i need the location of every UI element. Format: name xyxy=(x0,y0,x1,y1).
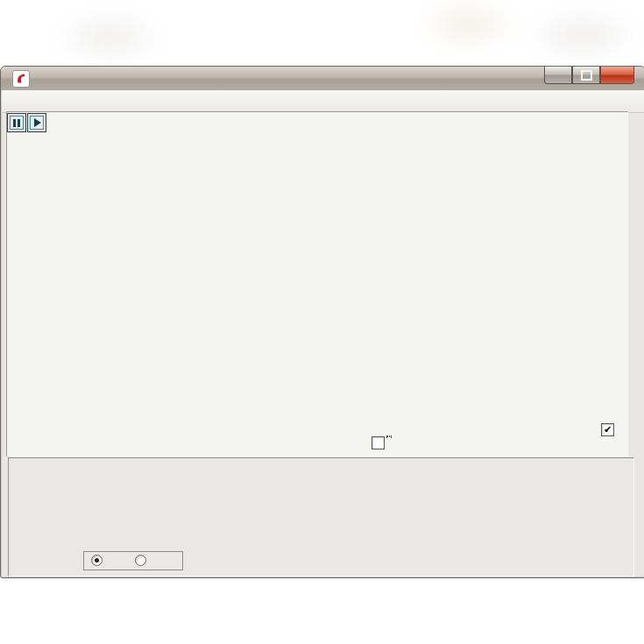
background-smudge xyxy=(421,7,517,42)
maximize-icon xyxy=(581,70,592,81)
log-radio[interactable] xyxy=(135,555,146,566)
app-window xyxy=(0,66,644,578)
play-button[interactable] xyxy=(27,113,46,132)
waterfall-panel xyxy=(6,111,628,456)
title-bar[interactable] xyxy=(1,67,644,90)
lin-radio[interactable] xyxy=(91,555,103,566)
maximize-button[interactable] xyxy=(572,67,600,84)
background-smudge xyxy=(526,16,640,55)
play-icon xyxy=(34,118,41,127)
close-button[interactable] xyxy=(600,67,634,84)
menu-bar xyxy=(2,90,644,113)
pause-icon xyxy=(13,119,20,127)
background-smudge xyxy=(53,18,166,57)
auto-checkbox[interactable]: ✔ xyxy=(601,423,614,436)
eq-flat-checkbox[interactable] xyxy=(372,436,385,449)
pause-button[interactable] xyxy=(7,113,26,132)
minimize-button[interactable] xyxy=(544,67,572,84)
window-controls xyxy=(544,67,634,84)
screenshot-stage: { "window": { "title": "OmniMic - Waterf… xyxy=(0,0,644,644)
app-logo-icon xyxy=(12,70,30,88)
